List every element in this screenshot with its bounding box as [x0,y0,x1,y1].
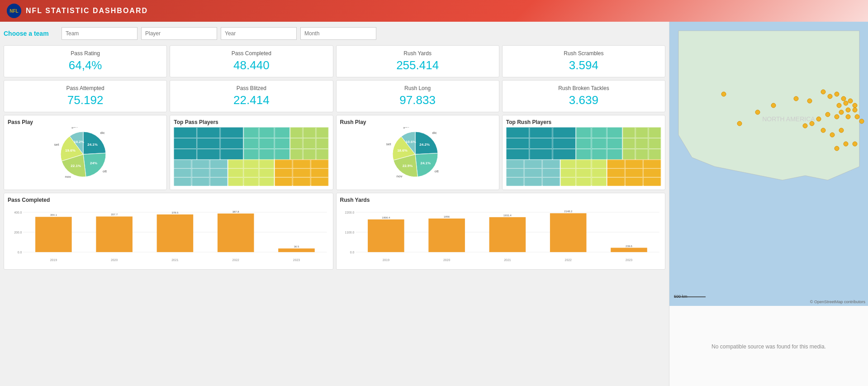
svg-rect-84 [530,128,552,138]
svg-rect-52 [228,169,243,177]
svg-rect-109 [649,149,661,159]
svg-rect-26 [260,149,275,159]
svg-rect-152 [157,214,194,252]
svg-point-210 [839,128,844,133]
svg-rect-99 [607,149,622,159]
svg-rect-66 [293,177,310,186]
svg-rect-32 [290,138,303,148]
svg-rect-103 [623,149,635,159]
svg-text:NORTH AMERICA: NORTH AMERICA [762,115,815,123]
svg-rect-69 [311,177,328,186]
svg-rect-127 [592,160,607,168]
svg-point-206 [810,121,814,126]
svg-text:36.5: 36.5 [294,245,299,248]
svg-rect-16 [197,149,220,159]
svg-rect-33 [290,149,303,159]
stat-value: 22.414 [175,93,327,107]
svg-point-193 [828,94,832,99]
svg-rect-61 [275,160,292,168]
svg-rect-23 [244,149,259,159]
team-input[interactable] [62,27,138,40]
svg-text:nov: nov [397,174,403,178]
svg-point-209 [830,133,835,137]
svg-point-205 [816,117,821,121]
year-input[interactable] [221,27,297,40]
svg-rect-104 [636,128,648,138]
charts-row: Pass Play dic24.1%ott24%nov22.1%set19.6%… [4,115,665,190]
svg-rect-114 [524,160,541,168]
svg-text:2019: 2019 [50,258,57,262]
stat-value: 75.192 [9,93,161,107]
svg-point-213 [859,119,864,124]
svg-point-215 [844,142,848,146]
stat-value: 255.414 [342,58,493,72]
svg-point-191 [807,99,812,103]
svg-text:ott: ott [435,169,439,173]
svg-rect-108 [649,138,661,148]
svg-rect-13 [174,149,197,159]
svg-rect-67 [311,160,328,168]
svg-rect-64 [293,160,310,168]
svg-rect-93 [576,149,591,159]
filter-row: Choose a team [4,25,665,42]
svg-rect-36 [304,149,316,159]
app-title: NFL STATISTIC DASHBOARD [26,7,148,15]
svg-rect-149 [96,216,133,252]
stat-value: 3.639 [508,93,659,107]
pass-play-pie-svg: dic24.1%ott24%nov22.1%set19.6%gen10.2% [54,127,117,186]
month-input[interactable] [300,27,376,40]
svg-rect-19 [221,149,243,159]
svg-rect-43 [174,177,191,186]
svg-rect-113 [506,177,523,186]
svg-rect-146 [35,217,72,252]
svg-rect-81 [506,128,529,138]
svg-point-201 [846,108,850,112]
svg-text:gen: gen [71,127,77,129]
svg-rect-133 [607,177,624,186]
svg-point-196 [844,101,848,105]
svg-rect-24 [260,128,275,138]
svg-rect-31 [290,128,303,138]
stat-value: 48.440 [175,58,327,72]
svg-text:19.6%: 19.6% [65,148,76,152]
svg-text:2148.2: 2148.2 [564,210,572,213]
svg-text:1931.4: 1931.4 [503,214,512,217]
svg-rect-28 [275,138,290,148]
svg-rect-45 [192,169,209,177]
svg-point-214 [853,142,857,146]
pass-bar-title: Pass Completed [8,197,329,203]
svg-rect-101 [623,128,635,138]
svg-rect-102 [623,138,635,148]
svg-point-186 [721,92,726,96]
svg-point-187 [737,121,742,126]
svg-text:dic: dic [100,131,104,135]
stat-label: Pass Rating [9,50,161,57]
svg-rect-17 [221,128,243,138]
svg-rect-12 [174,138,197,148]
player-input[interactable] [141,27,217,40]
stats-row-2: Pass Attempted 75.192 Pass Blitzed 22.41… [4,80,665,112]
svg-point-204 [825,112,830,117]
svg-text:2023: 2023 [625,258,632,262]
svg-rect-51 [228,160,243,168]
stat-value: 97.833 [342,93,493,107]
app-header: NFL NFL STATISTIC DASHBOARD [0,0,868,22]
svg-text:2019: 2019 [382,258,389,262]
svg-rect-121 [560,160,575,168]
rush-play-title: Rush Play [340,119,495,125]
svg-rect-179 [611,248,647,253]
svg-point-202 [839,110,844,114]
svg-rect-105 [636,138,648,148]
svg-point-200 [853,108,857,112]
svg-rect-15 [197,138,220,148]
svg-rect-123 [560,177,575,186]
stat-value: 3.594 [508,58,659,72]
rush-play-pie-container: dic24.2%ott24.1%nov22.5%set18.6%gen10.6% [340,127,495,186]
rush-bar-svg: 0.01100.02200.01806.42019185620201931.42… [340,205,662,264]
svg-point-188 [755,110,760,114]
stat-label: Rush Yards [342,50,493,57]
svg-text:18.6%: 18.6% [397,148,408,152]
stat-label: Rush Scrambles [508,50,659,57]
stat-card: Pass Blitzed 22.414 [170,80,333,112]
svg-rect-118 [542,169,560,177]
